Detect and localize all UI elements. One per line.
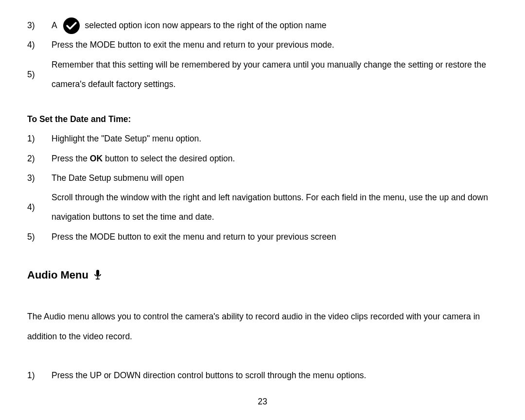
subheading: To Set the Date and Time: bbox=[27, 109, 510, 129]
list-item: 2) Press the OK button to select the des… bbox=[27, 149, 510, 168]
list-marker: 1) bbox=[27, 366, 52, 385]
list-item: 5) Press the MODE button to exit the men… bbox=[27, 227, 510, 246]
svg-rect-1 bbox=[96, 270, 99, 276]
list-content: Highlight the "Date Setup" menu option. bbox=[52, 129, 510, 148]
list-content: Scroll through the window with the right… bbox=[52, 188, 510, 227]
bold-text: OK bbox=[90, 154, 103, 163]
microphone-icon bbox=[93, 269, 102, 281]
list-item: 4) Scroll through the window with the ri… bbox=[27, 188, 510, 227]
list-marker: 5) bbox=[27, 227, 52, 246]
list-marker: 4) bbox=[27, 197, 52, 217]
list-marker: 3) bbox=[27, 16, 52, 35]
list-content: Press the OK button to select the desire… bbox=[52, 149, 510, 168]
list-item: 1) Highlight the "Date Setup" menu optio… bbox=[27, 129, 510, 148]
list-content: Remember that this setting will be remem… bbox=[52, 55, 510, 94]
list-item: 3) The Date Setup submenu will open bbox=[27, 168, 510, 188]
list-marker: 1) bbox=[27, 129, 52, 148]
page-number: 23 bbox=[0, 392, 525, 411]
list-marker: 5) bbox=[27, 65, 52, 84]
text-fragment: selected option icon now appears to the … bbox=[85, 20, 326, 30]
section-title-text: Audio Menu bbox=[27, 263, 88, 288]
list-content: Press the MODE button to exit the menu a… bbox=[52, 227, 510, 246]
svg-point-0 bbox=[63, 18, 80, 34]
list-content: The Date Setup submenu will open bbox=[52, 168, 510, 188]
list-content: Press the MODE button to exit the menu a… bbox=[52, 35, 510, 54]
list-content: Press the UP or DOWN direction control b… bbox=[52, 366, 510, 385]
list-item: 4) Press the MODE button to exit the men… bbox=[27, 35, 510, 54]
list-item: 1) Press the UP or DOWN direction contro… bbox=[27, 366, 510, 385]
section-title: Audio Menu bbox=[27, 263, 510, 288]
check-icon bbox=[62, 17, 81, 35]
text-fragment: Press the bbox=[52, 154, 90, 163]
paragraph: The Audio menu allows you to control the… bbox=[27, 307, 510, 346]
list-content: A selected option icon now appears to th… bbox=[52, 16, 510, 35]
document-page: 3) A selected option icon now appears to… bbox=[0, 0, 525, 420]
text-fragment: A bbox=[52, 20, 59, 30]
list-item: 3) A selected option icon now appears to… bbox=[27, 16, 510, 35]
list-item: 5) Remember that this setting will be re… bbox=[27, 55, 510, 94]
list-marker: 4) bbox=[27, 35, 52, 54]
text-fragment: button to select the desired option. bbox=[103, 154, 235, 163]
list-marker: 2) bbox=[27, 149, 52, 168]
list-marker: 3) bbox=[27, 168, 52, 188]
